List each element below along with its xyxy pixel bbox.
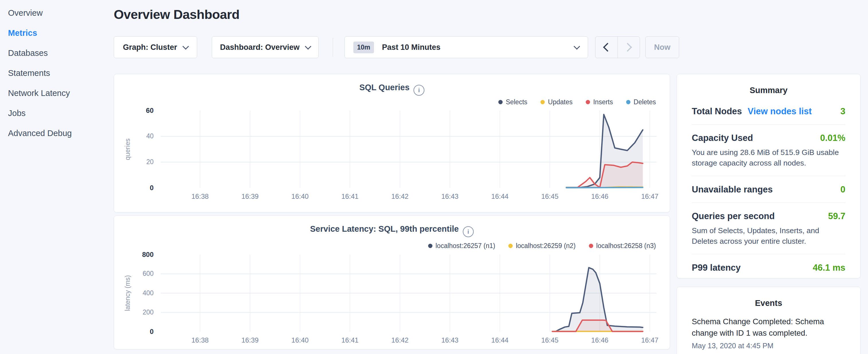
info-icon[interactable]: i bbox=[463, 226, 474, 237]
page-title: Overview Dashboard bbox=[114, 7, 240, 22]
legend-label: Inserts bbox=[593, 98, 613, 106]
chart-title: SQL Queriesi bbox=[114, 83, 670, 96]
main-content: Overview Dashboard Graph: Cluster Dashbo… bbox=[114, 0, 670, 354]
x-tick-label: 16:38 bbox=[180, 336, 220, 344]
service-latency-chart: Service Latency: SQL, 99th percentilei l… bbox=[114, 215, 670, 349]
legend-item[interactable]: localhost:26259 (n2) bbox=[508, 242, 576, 250]
toolbar: Graph: Cluster Dashboard: Overview 10m P… bbox=[114, 36, 670, 58]
legend-item[interactable]: Inserts bbox=[586, 98, 613, 106]
sidebar-item-statements[interactable]: Statements bbox=[0, 63, 114, 83]
chart-legend: localhost:26257 (n1)localhost:26259 (n2)… bbox=[428, 242, 656, 250]
time-range-badge: 10m bbox=[353, 41, 374, 53]
time-next-button[interactable] bbox=[618, 37, 640, 58]
legend-dot-icon bbox=[586, 100, 590, 104]
x-tick-label: 16:47 bbox=[629, 336, 670, 344]
series-line-Deletes bbox=[566, 188, 643, 188]
event-text: Schema Change Completed: Schema change w… bbox=[692, 316, 845, 339]
y-tick-label: 200 bbox=[114, 309, 154, 316]
x-tick-label: 16:42 bbox=[380, 192, 420, 200]
legend-dot-icon bbox=[508, 244, 513, 248]
graph-dropdown[interactable]: Graph: Cluster bbox=[114, 36, 197, 58]
time-range-label: Past 10 Minutes bbox=[382, 43, 440, 52]
y-tick-label: 40 bbox=[114, 132, 154, 140]
legend-item[interactable]: Updates bbox=[540, 98, 572, 106]
event-item[interactable]: Schema Change Completed: Schema change w… bbox=[677, 311, 860, 350]
sidebar-item-databases[interactable]: Databases bbox=[0, 43, 114, 63]
now-button[interactable]: Now bbox=[645, 36, 679, 58]
summary-row-value: 59.7 bbox=[828, 211, 845, 221]
y-axis-label: queries bbox=[124, 110, 131, 188]
chevron-down-icon bbox=[574, 43, 580, 50]
chart-legend: SelectsUpdatesInsertsDeletes bbox=[498, 98, 656, 106]
sidebar-item-advanced-debug[interactable]: Advanced Debug bbox=[0, 123, 114, 143]
legend-item[interactable]: localhost:26257 (n1) bbox=[428, 242, 495, 250]
dashboard-dropdown-label: Dashboard: Overview bbox=[220, 43, 300, 52]
legend-label: Updates bbox=[548, 98, 572, 106]
y-tick-label: 600 bbox=[114, 270, 154, 278]
info-icon[interactable]: i bbox=[413, 85, 425, 96]
summary-row-label: Total Nodes bbox=[692, 106, 742, 117]
legend-item[interactable]: Deletes bbox=[626, 98, 656, 106]
view-nodes-list-link[interactable]: View nodes list bbox=[748, 106, 811, 117]
x-tick-label: 16:44 bbox=[480, 336, 520, 344]
x-tick-label: 16:38 bbox=[180, 192, 220, 200]
time-prev-button[interactable] bbox=[595, 37, 618, 58]
sidebar-item-network-latency[interactable]: Network Latency bbox=[0, 83, 114, 103]
y-tick-label: 400 bbox=[114, 289, 154, 297]
dashboard-dropdown[interactable]: Dashboard: Overview bbox=[212, 36, 319, 58]
summary-row-description: Sum of Selects, Updates, Inserts, and De… bbox=[692, 225, 845, 246]
sidebar-item-overview[interactable]: Overview bbox=[0, 3, 114, 23]
plot-area[interactable] bbox=[161, 255, 656, 332]
summary-row-label: Capacity Used bbox=[692, 133, 753, 143]
legend-dot-icon bbox=[498, 100, 503, 104]
legend-label: localhost:26259 (n2) bbox=[516, 242, 576, 250]
legend-label: localhost:26257 (n1) bbox=[436, 242, 495, 250]
summary-row-p99-latency: P99 latency 46.1 ms bbox=[692, 254, 845, 281]
legend-dot-icon bbox=[540, 100, 545, 104]
summary-row-queries-per-second: Queries per second 59.7 Sum of Selects, … bbox=[692, 203, 845, 254]
sql-queries-chart: SQL Queriesi SelectsUpdatesInsertsDelete… bbox=[114, 74, 670, 213]
page: Overview Metrics Databases Statements Ne… bbox=[0, 0, 868, 354]
y-tick-label: 20 bbox=[114, 158, 154, 166]
legend-item[interactable]: localhost:26258 (n3) bbox=[589, 242, 656, 250]
summary-row-value: 46.1 ms bbox=[813, 263, 845, 273]
x-tick-label: 16:45 bbox=[530, 336, 570, 344]
x-tick-label: 16:45 bbox=[530, 192, 570, 200]
y-tick-label: 60 bbox=[114, 106, 154, 115]
x-tick-label: 16:43 bbox=[430, 336, 470, 344]
sidebar-item-jobs[interactable]: Jobs bbox=[0, 103, 114, 123]
summary-row-value: 3 bbox=[840, 106, 845, 117]
chart-title-text: Service Latency: SQL, 99th percentile bbox=[310, 224, 459, 233]
right-rail: Summary Total Nodes View nodes list 3 Ca… bbox=[677, 74, 861, 354]
y-tick-label: 0 bbox=[114, 184, 154, 192]
plot-area[interactable] bbox=[161, 110, 656, 188]
y-tick-label: 800 bbox=[114, 251, 154, 259]
sidebar: Overview Metrics Databases Statements Ne… bbox=[0, 0, 114, 354]
summary-row-value: 0 bbox=[840, 185, 845, 195]
x-tick-label: 16:46 bbox=[580, 192, 620, 200]
summary-title: Summary bbox=[677, 74, 860, 98]
chart-title-text: SQL Queries bbox=[359, 83, 409, 92]
legend-label: Deletes bbox=[633, 98, 656, 106]
y-tick-label: 0 bbox=[114, 328, 154, 336]
time-range-selector[interactable]: 10m Past 10 Minutes bbox=[344, 36, 588, 58]
legend-dot-icon bbox=[626, 100, 630, 104]
events-title: Events bbox=[677, 287, 860, 311]
summary-row-value: 0.01% bbox=[820, 133, 845, 143]
summary-row-label: Queries per second bbox=[692, 211, 775, 221]
x-tick-label: 16:41 bbox=[330, 336, 370, 344]
legend-dot-icon bbox=[589, 244, 593, 248]
chevron-down-icon bbox=[305, 43, 311, 50]
x-tick-label: 16:47 bbox=[629, 192, 670, 200]
x-tick-label: 16:40 bbox=[280, 192, 320, 200]
legend-item[interactable]: Selects bbox=[498, 98, 527, 106]
chevron-right-icon bbox=[623, 43, 632, 52]
x-tick-label: 16:44 bbox=[480, 192, 520, 200]
toolbar-divider bbox=[333, 38, 333, 57]
x-tick-label: 16:42 bbox=[380, 336, 420, 344]
sidebar-item-metrics[interactable]: Metrics bbox=[0, 23, 114, 43]
x-tick-label: 16:40 bbox=[280, 336, 320, 344]
summary-row-label: Unavailable ranges bbox=[692, 185, 773, 195]
chevron-left-icon bbox=[603, 43, 612, 52]
x-tick-label: 16:41 bbox=[330, 192, 370, 200]
